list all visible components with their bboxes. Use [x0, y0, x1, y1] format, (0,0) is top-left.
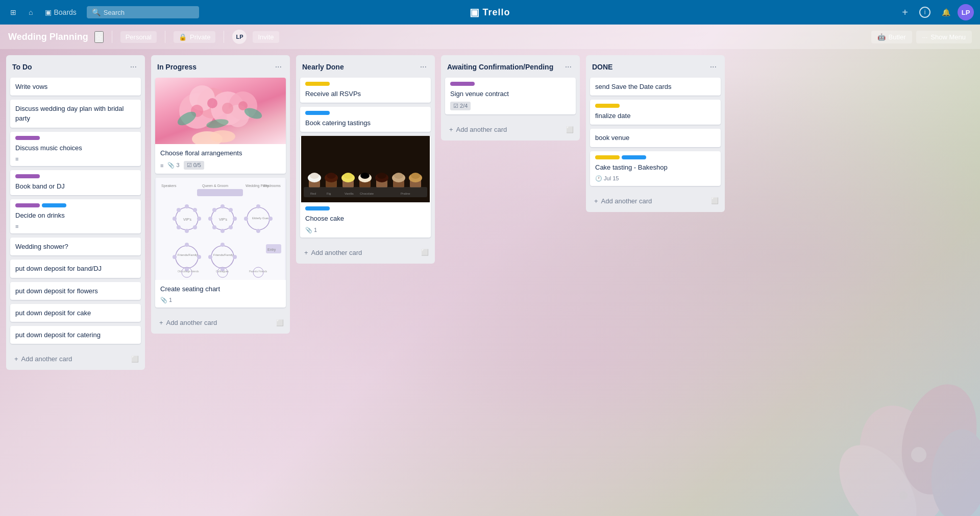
template-icon: ⬜: [421, 249, 429, 256]
card-book-venue[interactable]: book venue: [590, 129, 721, 147]
template-btn-done[interactable]: ⬜: [709, 196, 721, 205]
svg-text:Old college friends: Old college friends: [178, 270, 199, 273]
svg-point-16: [222, 103, 233, 114]
list-header-inprogress: In Progress ···: [151, 55, 290, 78]
label-blue: [305, 111, 330, 115]
description-badge: ≡: [15, 223, 18, 229]
svg-point-30: [185, 229, 189, 233]
private-label: Private: [190, 33, 210, 41]
member-initials: LP: [236, 34, 243, 40]
add-card-done[interactable]: + Add another card: [590, 194, 709, 208]
svg-point-46: [229, 225, 233, 229]
svg-point-59: [173, 255, 177, 259]
list-menu-done[interactable]: ···: [708, 60, 719, 74]
template-icon: ⬜: [711, 197, 719, 204]
dots-icon: ···: [922, 33, 928, 41]
list-cards-done: send Save the Date cards finalize date b…: [586, 78, 725, 190]
private-chip[interactable]: 🔒 Private: [174, 31, 215, 43]
card-catering-tastings[interactable]: Book catering tastings: [300, 107, 431, 132]
card-deposit-cake[interactable]: put down deposit for cake: [10, 304, 141, 322]
info-btn[interactable]: i: [915, 4, 935, 21]
svg-point-34: [193, 208, 197, 212]
template-btn-todo[interactable]: ⬜: [129, 355, 141, 364]
notification-btn[interactable]: 🔔: [938, 5, 954, 19]
description-badge: ≡: [15, 156, 18, 162]
list-menu-todo[interactable]: ···: [128, 60, 139, 74]
svg-point-7: [210, 130, 235, 143]
card-cake-tasting[interactable]: Cake tasting - Bakeshop 🕐 Jul 15: [590, 151, 721, 186]
card-write-vows[interactable]: Write vows: [10, 78, 141, 96]
add-card-todo[interactable]: + Add another card: [10, 352, 129, 366]
add-card-inprogress[interactable]: + Add another card: [155, 316, 274, 330]
card-save-date[interactable]: send Save the Date cards: [590, 78, 721, 96]
card-wedding-shower[interactable]: Wedding shower?: [10, 238, 141, 255]
card-wedding-plan[interactable]: Discuss wedding day plan with bridal par…: [10, 100, 141, 127]
card-finalize-date[interactable]: finalize date: [590, 100, 721, 125]
butler-btn[interactable]: 🤖 Butler: [871, 31, 912, 43]
svg-text:Friends/Family: Friends/Family: [213, 253, 233, 256]
card-labels: [305, 111, 426, 115]
home-btn[interactable]: ⌂: [24, 5, 37, 19]
svg-rect-26: [197, 189, 243, 196]
card-music-choices[interactable]: Discuss music choices ≡: [10, 132, 141, 166]
add-card-nearlydone[interactable]: + Add another card: [300, 246, 419, 260]
card-rsvps[interactable]: Receive all RSVPs: [300, 78, 431, 103]
add-btn[interactable]: +: [898, 4, 912, 21]
svg-rect-100: [304, 187, 427, 197]
list-todo: To Do ··· Write vows Discuss wedding day…: [6, 55, 145, 370]
list-menu-inprogress[interactable]: ···: [273, 60, 284, 74]
personal-chip[interactable]: Personal: [120, 31, 157, 43]
template-btn-inprogress[interactable]: ⬜: [274, 318, 286, 327]
list-header-todo: To Do ···: [6, 55, 145, 78]
svg-point-41: [208, 217, 212, 221]
svg-point-32: [197, 217, 201, 221]
svg-text:Friends/Family: Friends/Family: [178, 253, 198, 256]
card-seating[interactable]: Speakers Queen & Groom Wedding Party Res…: [155, 178, 286, 308]
grid-icon-btn[interactable]: ⊞: [6, 5, 20, 19]
svg-text:Queen & Groom: Queen & Groom: [202, 184, 228, 188]
template-btn-nearlydone[interactable]: ⬜: [419, 248, 431, 257]
card-labels: [15, 136, 136, 140]
label-yellow: [595, 104, 620, 108]
svg-point-40: [220, 229, 225, 233]
list-title-nearlydone: Nearly Done: [302, 63, 344, 71]
lists-container: To Do ··· Write vows Discuss wedding day…: [0, 49, 980, 516]
card-venue-contract[interactable]: Sign venue contract ☑ 2/4: [445, 78, 576, 114]
card-deposit-catering[interactable]: put down deposit for catering: [10, 326, 141, 344]
card-decide-drinks[interactable]: Decide on drinks ≡: [10, 199, 141, 233]
add-card-awaiting[interactable]: + Add another card: [445, 123, 564, 136]
list-cards-inprogress: Choose floral arrangements ≡ 📎 3 ☑ 0/5: [151, 78, 290, 312]
boards-btn[interactable]: ▣ Boards: [41, 5, 80, 19]
card-body-cake: Choose cake 📎 1: [300, 202, 431, 237]
label-blue: [42, 203, 66, 207]
member-avatar[interactable]: LP: [232, 30, 247, 44]
card-deposit-flowers[interactable]: put down deposit for flowers: [10, 282, 141, 300]
star-btn[interactable]: ☆: [94, 31, 104, 43]
trello-logo: ▣ Trello: [470, 6, 510, 18]
list-awaiting: Awaiting Confirmation/Pending ··· Sign v…: [441, 55, 580, 140]
template-btn-awaiting[interactable]: ⬜: [564, 125, 576, 134]
card-book-band[interactable]: Book band or DJ: [10, 170, 141, 195]
card-deposit-band[interactable]: put down deposit for band/DJ: [10, 260, 141, 277]
plus-icon: +: [304, 249, 308, 256]
avatar[interactable]: LP: [958, 4, 974, 20]
list-menu-awaiting[interactable]: ···: [563, 60, 574, 74]
show-menu-btn[interactable]: ··· Show Menu: [916, 31, 972, 43]
card-title: Discuss music choices: [15, 144, 82, 152]
card-floral[interactable]: Choose floral arrangements ≡ 📎 3 ☑ 0/5: [155, 78, 286, 174]
info-icon: i: [919, 7, 930, 18]
svg-point-33: [177, 208, 181, 212]
label-purple: [15, 203, 40, 207]
svg-point-65: [208, 255, 212, 259]
card-badges: ≡ 📎 3 ☑ 0/5: [160, 161, 281, 170]
card-title: put down deposit for cake: [15, 309, 91, 317]
list-inprogress: In Progress ···: [151, 55, 290, 334]
invite-btn[interactable]: Invite: [253, 31, 279, 43]
svg-point-49: [256, 204, 260, 208]
svg-point-60: [197, 255, 201, 259]
grid-icon: ⊞: [10, 8, 16, 16]
search-bar[interactable]: 🔍 Search: [87, 6, 199, 18]
card-cake[interactable]: Red Fig Vanilla Chocolate Praline: [300, 136, 431, 237]
list-menu-nearlydone[interactable]: ···: [418, 60, 429, 74]
label-blue: [622, 155, 646, 159]
